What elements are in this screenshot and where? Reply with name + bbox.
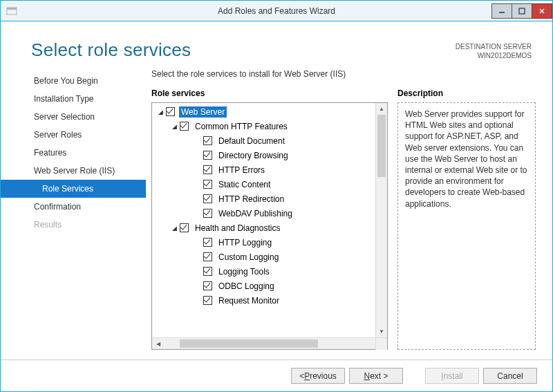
- titlebar: Add Roles and Features Wizard: [1, 1, 552, 21]
- checkbox[interactable]: [203, 296, 212, 305]
- tree-row[interactable]: HTTP Errors: [152, 162, 387, 177]
- tree-item-label[interactable]: HTTP Redirection: [216, 194, 286, 205]
- tree-row[interactable]: Default Document: [152, 133, 387, 148]
- previous-button[interactable]: < Previous: [291, 368, 345, 384]
- wizard-steps: Before You Begin Installation Type Serve…: [1, 68, 146, 350]
- instruction-text: Select the role services to install for …: [151, 68, 536, 88]
- checkbox[interactable]: [203, 151, 212, 160]
- page-header: Select role services DESTINATION SERVER …: [1, 21, 552, 68]
- step-results: Results: [1, 216, 146, 234]
- checkbox[interactable]: [203, 281, 212, 290]
- checkbox[interactable]: [203, 209, 212, 218]
- expander-icon[interactable]: ◢: [156, 109, 165, 115]
- expander-icon[interactable]: ◢: [170, 123, 178, 130]
- tree-item-label[interactable]: Health and Diagnostics: [193, 223, 282, 234]
- tree-item-label[interactable]: HTTP Errors: [216, 165, 267, 176]
- vertical-scrollbar[interactable]: ▲ ▼: [375, 103, 387, 337]
- app-icon: [6, 6, 17, 17]
- checkbox[interactable]: [203, 165, 212, 174]
- tree-item-label[interactable]: Directory Browsing: [216, 150, 290, 161]
- svg-rect-1: [7, 8, 17, 10]
- scroll-thumb[interactable]: [377, 115, 386, 177]
- checkbox[interactable]: [180, 223, 189, 232]
- step-before-you-begin[interactable]: Before You Begin: [1, 72, 146, 90]
- description-label: Description: [397, 88, 536, 98]
- hscroll-thumb[interactable]: [180, 339, 318, 348]
- destination-value: WIN2012DEMOS: [456, 51, 532, 60]
- maximize-button[interactable]: [512, 3, 532, 19]
- wizard-footer: < Previous Next > Install Cancel: [1, 360, 552, 391]
- tree-item-label[interactable]: Request Monitor: [216, 295, 281, 306]
- svg-rect-3: [519, 8, 525, 14]
- tree-row[interactable]: ◢Health and Diagnostics: [152, 221, 387, 235]
- destination-info: DESTINATION SERVER WIN2012DEMOS: [456, 39, 532, 60]
- role-services-label: Role services: [151, 88, 388, 98]
- step-confirmation[interactable]: Confirmation: [1, 198, 146, 216]
- tree-row[interactable]: Logging Tools: [152, 264, 387, 279]
- checkbox[interactable]: [203, 238, 212, 247]
- window-title: Add Roles and Features Wizard: [1, 6, 552, 16]
- step-role-services[interactable]: Role Services: [1, 180, 146, 198]
- step-features[interactable]: Features: [1, 144, 146, 162]
- scroll-up-icon[interactable]: ▲: [376, 103, 387, 115]
- tree-row[interactable]: Custom Logging: [152, 250, 387, 264]
- tree-item-label[interactable]: Custom Logging: [216, 252, 281, 263]
- tree-item-label[interactable]: WebDAV Publishing: [216, 208, 294, 219]
- close-button[interactable]: [532, 3, 552, 19]
- tree-row[interactable]: Static Content: [152, 177, 387, 192]
- tree-item-label[interactable]: ODBC Logging: [216, 281, 276, 292]
- page-title: Select role services: [31, 39, 191, 61]
- checkbox[interactable]: [203, 194, 212, 203]
- tree-item-label[interactable]: Default Document: [216, 136, 287, 147]
- scroll-down-icon[interactable]: ▼: [376, 326, 387, 337]
- tree-row[interactable]: HTTP Redirection: [152, 192, 387, 206]
- tree-item-label[interactable]: Static Content: [216, 179, 272, 190]
- checkbox[interactable]: [203, 136, 212, 145]
- tree-row[interactable]: HTTP Logging: [152, 235, 387, 250]
- tree-item-label[interactable]: HTTP Logging: [216, 237, 274, 248]
- step-server-selection[interactable]: Server Selection: [1, 108, 146, 126]
- checkbox[interactable]: [203, 267, 212, 276]
- cancel-button[interactable]: Cancel: [483, 368, 537, 384]
- next-button[interactable]: Next >: [349, 368, 403, 384]
- tree-row[interactable]: ◢Common HTTP Features: [152, 119, 387, 133]
- description-text: Web Server provides support for HTML Web…: [397, 102, 536, 350]
- checkbox[interactable]: [180, 122, 189, 131]
- tree-row[interactable]: ODBC Logging: [152, 279, 387, 293]
- step-server-roles[interactable]: Server Roles: [1, 126, 146, 144]
- scroll-corner: [375, 338, 387, 350]
- expander-icon[interactable]: ◢: [170, 225, 178, 232]
- tree-row[interactable]: Request Monitor: [152, 293, 387, 308]
- install-button: Install: [425, 368, 479, 384]
- horizontal-scrollbar[interactable]: ◀ ▶: [152, 337, 387, 349]
- checkbox[interactable]: [203, 180, 212, 189]
- tree-item-label[interactable]: Web Server: [179, 106, 227, 118]
- step-web-server-role[interactable]: Web Server Role (IIS): [1, 162, 146, 180]
- tree-row[interactable]: Directory Browsing: [152, 148, 387, 162]
- tree-item-label[interactable]: Common HTTP Features: [193, 121, 290, 132]
- checkbox[interactable]: [166, 107, 175, 116]
- tree-item-label[interactable]: Logging Tools: [216, 266, 272, 277]
- scroll-left-icon[interactable]: ◀: [152, 338, 164, 349]
- role-services-tree[interactable]: ◢Web Server◢Common HTTP FeaturesDefault …: [151, 102, 388, 350]
- destination-label: DESTINATION SERVER: [456, 42, 532, 51]
- checkbox[interactable]: [203, 252, 212, 261]
- tree-row[interactable]: ◢Web Server: [152, 104, 387, 119]
- step-installation-type[interactable]: Installation Type: [1, 90, 146, 108]
- tree-row[interactable]: WebDAV Publishing: [152, 206, 387, 221]
- minimize-button[interactable]: [491, 3, 512, 19]
